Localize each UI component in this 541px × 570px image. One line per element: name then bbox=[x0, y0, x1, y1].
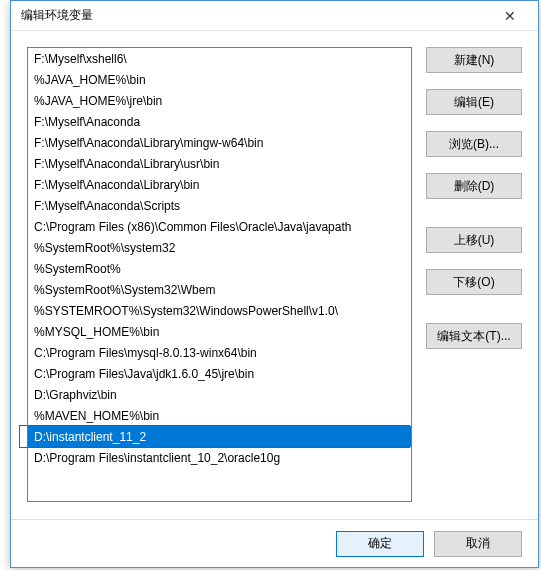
new-button[interactable]: 新建(N) bbox=[426, 47, 522, 73]
list-item[interactable]: C:\Program Files\Java\jdk1.6.0_45\jre\bi… bbox=[28, 363, 411, 384]
list-item[interactable]: %SYSTEMROOT%\System32\WindowsPowerShell\… bbox=[28, 300, 411, 321]
list-wrapper: F:\Myself\xshell6\%JAVA_HOME%\bin%JAVA_H… bbox=[27, 47, 412, 509]
edit-button[interactable]: 编辑(E) bbox=[426, 89, 522, 115]
list-item[interactable]: %MAVEN_HOME%\bin bbox=[28, 405, 411, 426]
move-up-button[interactable]: 上移(U) bbox=[426, 227, 522, 253]
list-item[interactable]: F:\Myself\Anaconda\Scripts bbox=[28, 195, 411, 216]
cancel-button[interactable]: 取消 bbox=[434, 531, 522, 557]
dialog-title: 编辑环境变量 bbox=[21, 7, 490, 24]
list-item[interactable]: D:\Graphviz\bin bbox=[28, 384, 411, 405]
move-down-button[interactable]: 下移(O) bbox=[426, 269, 522, 295]
path-listbox[interactable]: F:\Myself\xshell6\%JAVA_HOME%\bin%JAVA_H… bbox=[27, 47, 412, 502]
close-icon[interactable]: ✕ bbox=[490, 8, 530, 24]
list-item[interactable]: %SystemRoot%\System32\Wbem bbox=[28, 279, 411, 300]
list-item[interactable]: F:\Myself\Anaconda\Library\usr\bin bbox=[28, 153, 411, 174]
browse-button[interactable]: 浏览(B)... bbox=[426, 131, 522, 157]
dialog-content: F:\Myself\xshell6\%JAVA_HOME%\bin%JAVA_H… bbox=[11, 31, 538, 519]
list-item[interactable]: D:\instantclient_11_2 bbox=[28, 426, 411, 447]
list-item[interactable]: %SystemRoot% bbox=[28, 258, 411, 279]
list-item[interactable]: F:\Myself\xshell6\ bbox=[28, 48, 411, 69]
list-item[interactable]: D:\Program Files\instantclient_10_2\orac… bbox=[28, 447, 411, 468]
delete-button[interactable]: 删除(D) bbox=[426, 173, 522, 199]
edit-text-button[interactable]: 编辑文本(T)... bbox=[426, 323, 522, 349]
list-item[interactable]: F:\Myself\Anaconda\Library\mingw-w64\bin bbox=[28, 132, 411, 153]
list-item[interactable]: C:\Program Files (x86)\Common Files\Orac… bbox=[28, 216, 411, 237]
dialog-footer: 确定 取消 bbox=[11, 519, 538, 567]
list-item[interactable]: %MYSQL_HOME%\bin bbox=[28, 321, 411, 342]
ok-button[interactable]: 确定 bbox=[336, 531, 424, 557]
edit-env-var-dialog: 编辑环境变量 ✕ F:\Myself\xshell6\%JAVA_HOME%\b… bbox=[10, 0, 539, 568]
titlebar: 编辑环境变量 ✕ bbox=[11, 1, 538, 31]
list-item[interactable]: %JAVA_HOME%\bin bbox=[28, 69, 411, 90]
side-buttons: 新建(N) 编辑(E) 浏览(B)... 删除(D) 上移(U) 下移(O) 编… bbox=[426, 47, 522, 509]
list-item[interactable]: F:\Myself\Anaconda\Library\bin bbox=[28, 174, 411, 195]
list-item[interactable]: F:\Myself\Anaconda bbox=[28, 111, 411, 132]
list-item[interactable]: %JAVA_HOME%\jre\bin bbox=[28, 90, 411, 111]
list-item[interactable]: C:\Program Files\mysql-8.0.13-winx64\bin bbox=[28, 342, 411, 363]
list-item[interactable]: %SystemRoot%\system32 bbox=[28, 237, 411, 258]
